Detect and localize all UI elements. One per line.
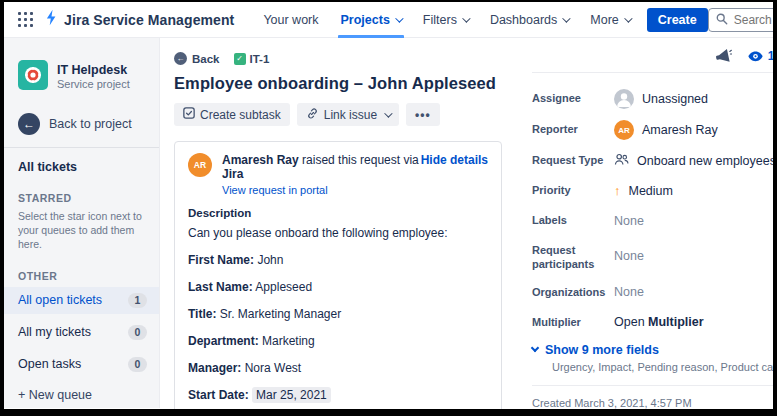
top-navbar: Jira Service Management Your work Projec… [4,2,773,38]
nav-projects[interactable]: Projects [330,2,412,38]
create-button[interactable]: Create [647,8,708,32]
project-header[interactable]: IT Helpdesk Service project [4,60,159,93]
hide-details-link[interactable]: Hide details [421,153,488,196]
queue-all-open-tickets[interactable]: All open tickets 1 [4,287,159,314]
show-more-fields-link[interactable]: Show 9 more fields [532,343,773,357]
subtask-icon [183,107,195,122]
issue-title: Employee onboarding – John Appleseed [174,74,502,93]
back-arrow-icon: ← [174,52,187,65]
detail-request-participants[interactable]: Request participants None [532,241,773,272]
other-section-header: OTHER [4,252,159,282]
issue-main-panel: ← Back ✓ IT-1 Employee onboarding – John… [160,38,524,408]
link-issue-button[interactable]: Link issue [297,103,399,126]
starred-hint-text: Select the star icon next to your queues… [4,204,159,252]
link-icon [306,107,319,123]
chevron-down-icon [531,344,539,352]
queue-open-tasks[interactable]: Open tasks 0 [4,351,159,378]
detail-priority[interactable]: Priority ↑ Medium [532,181,773,200]
nav-dashboards[interactable]: Dashboards [479,2,579,38]
sidebar-item-all-tickets[interactable]: All tickets [4,148,159,174]
app-switcher-icon[interactable] [16,10,35,29]
detail-multiplier[interactable]: Multiplier Open Multiplier [532,313,773,332]
field-start-date: Start Date: Mar 25, 2021 [188,388,488,402]
feedback-megaphone-icon[interactable] [715,49,732,64]
watchers-count: 1 [768,49,773,63]
reporter-avatar: AR [614,120,634,140]
jira-logo-icon [43,9,60,30]
primary-nav: Your work Projects Filters Dashboards Mo… [252,2,707,38]
issue-details-panel: 1 ••• Assignee Unassigned Reporter [524,38,773,408]
project-name: IT Helpdesk [57,63,130,77]
starred-section-header: STARRED [4,174,159,204]
more-fields-hint: Urgency, Impact, Pending reason, Product… [552,361,773,373]
back-arrow-icon: ← [18,113,40,135]
nav-more[interactable]: More [579,2,640,38]
task-type-icon: ✓ [234,53,246,65]
breadcrumb-issue-key[interactable]: ✓ IT-1 [234,53,270,65]
search-icon [716,11,728,29]
details-footer-divider [532,385,773,386]
breadcrumb-back[interactable]: ← Back [174,52,220,65]
field-title: Title: Sr. Marketing Manager [188,307,488,321]
project-type: Service project [57,78,130,90]
jira-app-window: Jira Service Management Your work Projec… [4,2,773,409]
queue-count-badge: 0 [128,325,147,340]
description-intro: Can you please onboard the following emp… [188,226,488,240]
field-first-name: First Name: John [188,253,488,267]
queue-count-badge: 1 [128,293,147,308]
field-manager: Manager: Nora West [188,361,488,375]
issue-action-toolbar: Create subtask Link issue ••• [174,103,502,126]
app-title: Jira Service Management [64,12,234,28]
request-details-card: AR Amaresh Ray raised this request via J… [174,141,502,409]
priority-medium-icon: ↑ [614,183,621,198]
project-avatar-icon [18,60,48,93]
chevron-down-icon [624,14,632,22]
details-divider [532,72,773,73]
date-lozenge: Mar 25, 2021 [252,387,331,403]
more-actions-button[interactable]: ••• [406,103,440,126]
queue-all-my-tickets[interactable]: All my tickets 0 [4,319,159,346]
queue-count-badge: 0 [128,357,147,372]
detail-request-type[interactable]: Request Type Onboard new employees [532,151,773,170]
people-icon [614,153,629,169]
view-request-portal-link[interactable]: View request in portal [222,184,421,196]
jira-brand[interactable]: Jira Service Management [43,9,234,30]
new-queue-button[interactable]: + New queue [4,378,159,409]
detail-assignee[interactable]: Assignee Unassigned [532,89,773,109]
project-sidebar: IT Helpdesk Service project ← Back to pr… [4,38,160,408]
details-fields: Assignee Unassigned Reporter AR Amaresh … [532,89,773,332]
unassigned-avatar-icon [614,89,634,109]
detail-reporter[interactable]: Reporter AR Amaresh Ray [532,120,773,140]
field-last-name: Last Name: Appleseed [188,280,488,294]
detail-organizations[interactable]: Organizations None [532,283,773,302]
search-input[interactable] [734,13,773,27]
back-to-project[interactable]: ← Back to project [4,113,159,135]
chevron-down-icon [384,109,392,117]
nav-your-work[interactable]: Your work [252,2,329,38]
detail-labels[interactable]: Labels None [532,211,773,230]
screenshot-frame: Jira Service Management Your work Projec… [0,0,777,416]
field-department: Department: Marketing [188,334,488,348]
description-label: Description [188,207,488,219]
created-timestamp: Created March 3, 2021, 4:57 PM [532,395,694,410]
reporter-avatar: AR [188,153,212,177]
chevron-down-icon [462,14,470,22]
raised-request-line: Amaresh Ray raised this request via Jira [222,153,421,181]
chevron-down-icon [395,14,403,22]
chevron-down-icon [562,14,570,22]
watchers-eye-icon[interactable] [747,50,764,63]
issue-watch-toolbar: 1 ••• [532,46,773,66]
breadcrumb: ← Back ✓ IT-1 [174,52,502,65]
create-subtask-button[interactable]: Create subtask [174,103,290,126]
global-search[interactable] [708,8,773,32]
nav-filters[interactable]: Filters [412,2,479,38]
